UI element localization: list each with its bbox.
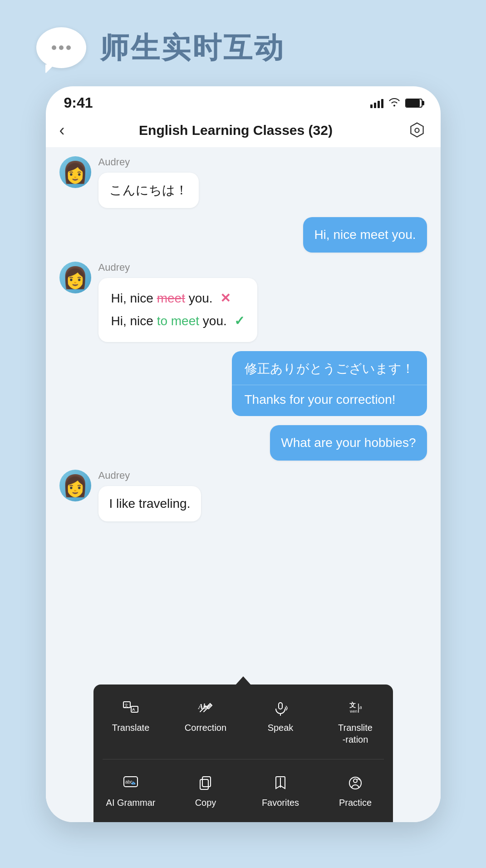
wrong-word: meet	[157, 291, 185, 305]
menu-label-translate: Translate	[112, 722, 150, 734]
message-row-thanks: 修正ありがとうございます！ Thanks for your correction…	[59, 351, 427, 416]
translate-icon: 文 A	[122, 698, 140, 718]
practice-icon	[346, 773, 364, 793]
correct-word: to meet	[157, 314, 199, 328]
menu-row-1: 文 A Translate Abc Correcti	[93, 684, 393, 759]
menu-label-favorites: Favorites	[262, 797, 299, 808]
ai-grammar-icon: abc	[122, 773, 140, 793]
menu-item-correction[interactable]: Abc Correction	[168, 689, 243, 754]
svg-rect-15	[202, 777, 211, 787]
page-title: 师生实时互动	[100, 28, 285, 68]
menu-item-speak[interactable]: Speak	[243, 689, 318, 754]
message-row-correction: Audrey Hi, nice meet you. ✕ Hi, nice to …	[59, 262, 427, 342]
correction-wrong-line: Hi, nice meet you. ✕	[111, 287, 245, 310]
message-text: I like traveling.	[109, 496, 191, 511]
message-text: Hi, nice meet you.	[314, 228, 416, 242]
menu-label-practice: Practice	[339, 797, 372, 808]
status-icons	[370, 97, 422, 109]
menu-row-2: abc AI Grammar Copy	[93, 759, 393, 822]
favorites-icon	[271, 773, 290, 793]
x-mark-icon: ✕	[220, 287, 231, 310]
context-menu: 文 A Translate Abc Correcti	[93, 684, 393, 822]
check-mark-icon: ✓	[234, 310, 245, 332]
svg-text:A: A	[132, 707, 135, 712]
thanks-line-english: Thanks for your correction!	[232, 385, 427, 416]
message-bubble: I like traveling.	[98, 486, 201, 521]
message-content: What are your hobbies?	[270, 425, 427, 461]
correction-icon: Abc	[196, 698, 215, 718]
svg-text:文: 文	[124, 703, 128, 708]
thanks-line-japanese: 修正ありがとうございます！	[232, 351, 427, 385]
transliteration-icon: 文 wen a	[346, 698, 364, 718]
menu-item-favorites[interactable]: Favorites	[243, 764, 318, 818]
message-row: Audrey I like traveling.	[59, 470, 427, 521]
svg-rect-6	[279, 703, 282, 709]
avatar	[59, 470, 91, 501]
menu-item-practice[interactable]: Practice	[318, 764, 393, 818]
menu-item-transliteration[interactable]: 文 wen a Translite-ration	[318, 689, 393, 754]
back-button[interactable]: ‹	[59, 121, 65, 140]
thanks-bubble: 修正ありがとうございます！ Thanks for your correction…	[232, 351, 427, 416]
dot-1	[52, 45, 56, 50]
correction-bubble: Hi, nice meet you. ✕ Hi, nice to meet yo…	[98, 278, 257, 342]
message-content: Audrey Hi, nice meet you. ✕ Hi, nice to …	[98, 262, 257, 342]
message-text: こんにちは！	[109, 183, 188, 197]
speech-bubble-icon	[36, 27, 86, 68]
page-header: 师生实时互动	[0, 0, 486, 86]
message-content: Hi, nice meet you.	[303, 217, 427, 253]
menu-spacer	[59, 531, 427, 658]
copy-icon	[196, 773, 215, 793]
bubble-dots	[52, 45, 71, 50]
svg-text:wen: wen	[349, 709, 358, 714]
menu-label-ai-grammar: AI Grammar	[106, 797, 156, 808]
message-content: 修正ありがとうございます！ Thanks for your correction…	[232, 351, 427, 416]
message-bubble-sent: Hi, nice meet you.	[303, 217, 427, 253]
svg-text:Abc: Abc	[198, 703, 210, 710]
status-bar: 9:41	[46, 86, 441, 116]
svg-text:文: 文	[349, 701, 356, 709]
speak-icon	[271, 698, 290, 718]
menu-label-copy: Copy	[195, 797, 216, 808]
dot-2	[59, 45, 64, 50]
nav-bar: ‹ English Learning Classes (32)	[46, 116, 441, 147]
battery-icon	[405, 99, 422, 108]
svg-rect-16	[200, 779, 208, 789]
message-content: Audrey こんにちは！	[98, 156, 199, 208]
phone-frame: 9:41 ‹ English Learning Classes (3	[46, 86, 441, 822]
settings-button[interactable]	[407, 120, 427, 140]
settings-icon	[408, 121, 426, 139]
svg-text:a: a	[359, 705, 362, 710]
wifi-icon	[388, 97, 401, 109]
menu-arrow	[235, 676, 251, 685]
nav-title: English Learning Classes (32)	[74, 123, 398, 138]
sender-name: Audrey	[98, 470, 201, 481]
message-bubble-sent: What are your hobbies?	[270, 425, 427, 461]
menu-item-translate[interactable]: 文 A Translate	[93, 689, 168, 754]
svg-point-0	[415, 128, 419, 132]
sender-name: Audrey	[98, 262, 257, 273]
menu-label-correction: Correction	[185, 722, 226, 734]
menu-label-speak: Speak	[268, 722, 294, 734]
signal-icon	[370, 98, 383, 108]
menu-item-ai-grammar[interactable]: abc AI Grammar	[93, 764, 168, 818]
avatar	[59, 156, 91, 188]
message-row: Hi, nice meet you.	[59, 217, 427, 253]
svg-point-18	[353, 779, 357, 783]
message-row: What are your hobbies?	[59, 425, 427, 461]
menu-label-transliteration: Translite-ration	[338, 722, 373, 745]
correction-right-line: Hi, nice to meet you. ✓	[111, 310, 245, 332]
sender-name: Audrey	[98, 156, 199, 168]
dot-3	[66, 45, 71, 50]
status-time: 9:41	[64, 94, 93, 111]
message-text: What are your hobbies?	[281, 436, 416, 450]
message-row: Audrey こんにちは！	[59, 156, 427, 208]
avatar	[59, 262, 91, 293]
message-content: Audrey I like traveling.	[98, 470, 201, 521]
menu-item-copy[interactable]: Copy	[168, 764, 243, 818]
message-bubble: こんにちは！	[98, 173, 199, 208]
